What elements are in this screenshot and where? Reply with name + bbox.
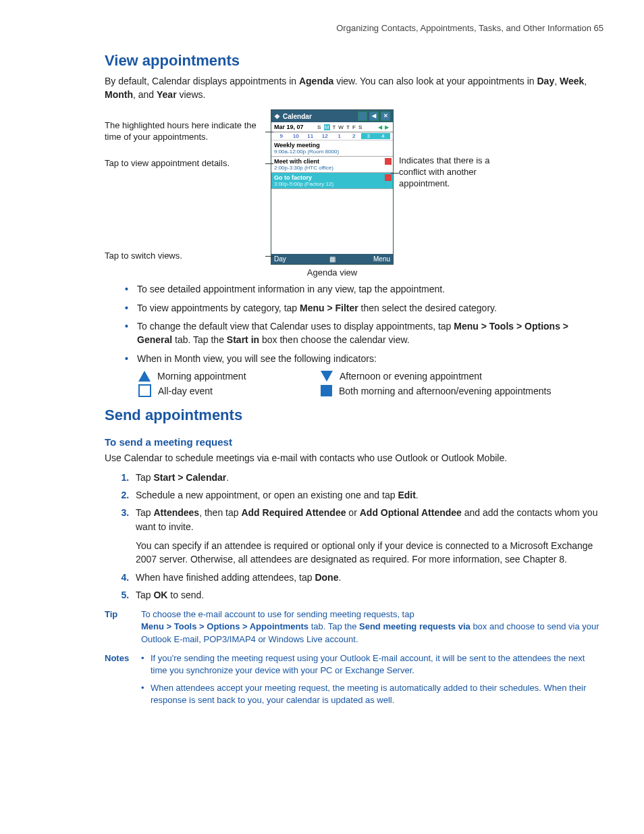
phone-footbar: Day ▦ Menu (271, 254, 393, 264)
appt-subtitle: 3:00p-5:00p (Factory 12) (274, 181, 390, 187)
phone-screenshot: ❖ Calendar ◀ ✕ Mar 19, 07 S M T W T F S … (271, 109, 394, 265)
bullet-list: To see detailed appointment information … (105, 283, 603, 365)
bold: Year (157, 89, 177, 100)
conflict-icon (385, 158, 392, 165)
phone-weekdays: S M T W T F S (304, 124, 377, 130)
bold: Agenda (299, 76, 333, 86)
phone-blank-area (271, 189, 393, 254)
phone-appt-3-selected: Go to factory 3:00p-5:00p (Factory 12) (271, 173, 393, 189)
appt-subtitle: 2:00p-3:30p (HTC office) (274, 165, 390, 171)
phone-appt-2: Meet with client 2:00p-3:30p (HTC office… (271, 157, 393, 173)
notes-item: If you're sending the meeting request us… (141, 652, 603, 677)
phone-screenshot-column: ❖ Calendar ◀ ✕ Mar 19, 07 S M T W T F S … (271, 109, 394, 278)
bold: Month (105, 89, 133, 100)
bullet-item: To see detailed appointment information … (125, 283, 603, 296)
step-item: When have finished adding attendees, tap… (132, 571, 603, 584)
appt-title: Meet with client (274, 158, 390, 165)
phone-right-arrow-icon: ▶ (383, 124, 390, 130)
text: view. You can also look at your appointm… (333, 76, 537, 86)
bullet-item: To view appointments by category, tap Me… (125, 302, 603, 315)
step-item: Tap Attendees, then tap Add Required Att… (132, 506, 603, 566)
allday-indicator-icon (138, 384, 151, 397)
intro-paragraph: By default, Calendar displays appointmen… (105, 75, 603, 101)
notes-item: When attendees accept your meeting reque… (141, 682, 603, 706)
afternoon-indicator-icon (321, 371, 333, 382)
signal-icon (358, 111, 367, 121)
text: views. (177, 89, 206, 100)
phone-softkey-right: Menu (340, 255, 390, 263)
morning-indicator-icon (138, 371, 151, 382)
callout-highlighted-hours: The highlighted hours here indicate the … (105, 120, 265, 143)
bullet-item: When in Month view, you will see the fol… (125, 353, 603, 366)
indicator-label: Both morning and afternoon/evening appoi… (339, 386, 551, 396)
appt-title: Go to factory (274, 174, 390, 181)
running-head: Organizing Contacts, Appointments, Tasks… (105, 23, 603, 33)
notes-label: Notes (105, 652, 141, 712)
step-item: Schedule a new appointment, or open an e… (132, 488, 603, 502)
step-item: Tap Start > Calendar. (132, 471, 603, 484)
volume-icon: ◀ (369, 111, 379, 121)
callouts-left: The highlighted hours here indicate the … (105, 109, 265, 262)
indicator-legend: Morning appointment Afternoon or evening… (138, 371, 603, 397)
text: , (584, 76, 587, 86)
notes-block: Notes If you're sending the meeting requ… (105, 652, 603, 712)
callout-switch-views: Tap to switch views. (105, 251, 265, 262)
steps-list: Tap Start > Calendar. Schedule a new app… (118, 471, 603, 602)
start-icon: ❖ (274, 113, 280, 120)
tip-text: To choose the e-mail account to use for … (141, 608, 603, 646)
callout-tap-details: Tap to view appointment details. (105, 158, 265, 170)
phone-date: Mar 19, 07 (274, 124, 304, 130)
phone-appt-1: Weekly meeting 9:00a-12:00p (Room 8000) (271, 140, 393, 157)
keyboard-icon: ▦ (324, 255, 340, 263)
phone-left-arrow-icon: ◀ (377, 124, 383, 130)
conflict-icon (385, 174, 392, 181)
indicator-label: Morning appointment (157, 371, 246, 382)
close-icon: ✕ (381, 111, 390, 121)
subheading-meeting-request: To send a meeting request (105, 436, 603, 448)
callouts-right: Indicates that there is a conflict with … (399, 109, 514, 190)
bullet-item: To change the default view that Calendar… (125, 320, 603, 346)
tip-label: Tip (105, 608, 141, 646)
indicator-label: Afternoon or evening appointment (340, 371, 482, 382)
figure-caption: Agenda view (271, 267, 394, 278)
phone-titlebar: ❖ Calendar ◀ ✕ (271, 110, 393, 122)
indicator-label: All-day event (158, 386, 213, 396)
both-indicator-icon (321, 385, 332, 396)
bold: Week (560, 76, 584, 86)
tip-block: Tip To choose the e-mail account to use … (105, 608, 603, 646)
callout-conflict: Indicates that there is a conflict with … (399, 155, 514, 190)
appt-title: Weekly meeting (274, 142, 390, 149)
bold: Day (537, 76, 555, 86)
send-intro: Use Calendar to schedule meetings via e-… (105, 452, 603, 465)
text: By default, Calendar displays appointmen… (105, 76, 299, 86)
step-item: Tap OK to send. (132, 588, 603, 602)
heading-send-appointments: Send appointments (105, 407, 603, 424)
phone-date-row: Mar 19, 07 S M T W T F S ◀ ▶ (271, 122, 393, 132)
phone-title: Calendar (283, 113, 312, 120)
figure-block: The highlighted hours here indicate the … (105, 109, 603, 278)
phone-softkey-left: Day (274, 255, 324, 263)
text: , (554, 76, 560, 86)
manual-page: Organizing Contacts, Appointments, Tasks… (0, 0, 644, 739)
appt-subtitle: 9:00a-12:00p (Room 8000) (274, 149, 390, 155)
notes-list: If you're sending the meeting request us… (141, 652, 603, 707)
heading-view-appointments: View appointments (105, 52, 603, 70)
step-note: You can specify if an attendee is requir… (136, 539, 603, 567)
phone-hour-row: 91011121234 (271, 132, 393, 140)
text: , and (133, 89, 157, 100)
